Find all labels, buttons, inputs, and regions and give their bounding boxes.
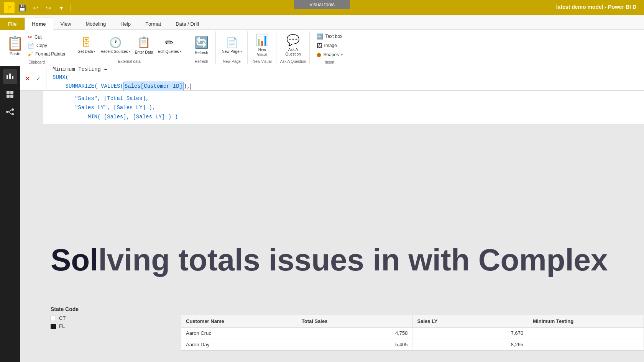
new-visual-button[interactable]: 📊 New Visual xyxy=(251,32,273,58)
recent-sources-button[interactable]: 🕐 Recent Sources ▾ xyxy=(98,32,132,58)
state-item-ct[interactable]: CT xyxy=(51,315,79,321)
copy-icon: 📄 xyxy=(28,43,34,49)
title-bar-left: P 💾 ↩ ↪ ▾ xyxy=(4,2,72,13)
canvas-area[interactable]: "Sales", [Total Sales], "Sales LY", [Sal… xyxy=(20,91,644,362)
th-sales-ly: Sales LY xyxy=(413,315,529,327)
cut-icon: ✂ xyxy=(28,34,32,40)
edit-queries-button[interactable]: ✏ Edit Queries ▾ xyxy=(156,32,184,58)
image-button[interactable]: 🖼 Image xyxy=(314,41,346,50)
state-label-ct: CT xyxy=(59,315,66,321)
tab-view[interactable]: View xyxy=(53,18,79,30)
shapes-label: Shapes xyxy=(324,52,339,57)
text-box-icon: 🔤 xyxy=(317,33,323,39)
get-data-arrow: ▾ xyxy=(94,50,95,54)
paste-label: Paste xyxy=(10,51,20,56)
insert-group-label: Insert xyxy=(325,59,334,64)
app-body: ✕ ✓ Minimum Testing = SUMX( SUMMARIZE( V… xyxy=(0,66,644,362)
edit-queries-label: Edit Queries ▾ xyxy=(158,49,181,54)
slide-title: Sollving totals issues in with Complex xyxy=(51,242,608,278)
sidebar-icon-report[interactable] xyxy=(3,69,17,84)
recent-sources-arrow: ▾ xyxy=(129,50,130,54)
separator xyxy=(71,4,71,11)
refresh-content: 🔄 Refresh xyxy=(191,32,212,58)
formula-cancel-button[interactable]: ✕ xyxy=(23,74,32,83)
refresh-group-label: Refresh xyxy=(195,58,208,64)
new-visual-content: 📊 New Visual xyxy=(251,32,273,58)
refresh-label: Refresh xyxy=(195,51,208,55)
shapes-icon: ⬟ xyxy=(317,52,321,58)
svg-line-11 xyxy=(8,112,12,114)
ask-icon: 💬 xyxy=(286,34,300,46)
new-visual-group-label: New Visual xyxy=(253,58,272,64)
new-page-label: New Page ▾ xyxy=(222,49,242,54)
tab-home[interactable]: Home xyxy=(25,18,53,30)
formula-bar-controls: ✕ ✓ xyxy=(20,66,46,90)
formula-comma: ), xyxy=(184,82,190,90)
th-minimum-testing: Minimum Testing xyxy=(528,315,644,327)
edit-queries-icon: ✏ xyxy=(165,37,174,49)
clipboard-group: 📋 Paste ✂ Cut 📄 Copy 🖌 Format Painter Cl… xyxy=(2,31,71,64)
new-page-button[interactable]: 📄 New Page ▾ xyxy=(220,32,244,58)
td-name-1: Aaron Day xyxy=(181,339,297,350)
undo-button[interactable]: ↩ xyxy=(30,2,41,13)
formula-overlay-line5: "Sales LY", [Sales LY] ), xyxy=(49,103,638,113)
td-min-1 xyxy=(528,339,644,350)
checkbox-ct[interactable] xyxy=(51,316,56,321)
tab-file[interactable]: File xyxy=(0,18,25,30)
state-filter[interactable]: State Code CT FL xyxy=(51,306,79,331)
checkbox-fl[interactable] xyxy=(51,324,56,329)
redo-button[interactable]: ↪ xyxy=(43,2,54,13)
formula-editor[interactable]: Minimum Testing = SUMX( SUMMARIZE( VALUE… xyxy=(46,66,644,90)
state-item-fl[interactable]: FL xyxy=(51,323,79,329)
svg-rect-2 xyxy=(12,76,13,79)
formula-overlay-line4: "Sales", [Total Sales], xyxy=(49,94,638,103)
svg-rect-6 xyxy=(10,95,13,98)
svg-rect-4 xyxy=(10,91,13,94)
image-label: Image xyxy=(324,43,337,48)
state-label-fl: FL xyxy=(59,323,65,329)
td-sales-0: 4,758 xyxy=(297,328,413,339)
ask-question-button[interactable]: 💬 Ask A Question xyxy=(281,32,305,58)
svg-rect-0 xyxy=(7,75,8,79)
app-title: latest demo model - Power BI D xyxy=(556,4,636,10)
table-header: Customer Name Total Sales Sales LY Minim… xyxy=(181,315,644,328)
formula-overlay-line6: MIN( [Sales], [Sales LY] ) ) xyxy=(49,113,638,122)
recent-sources-label: Recent Sources ▾ xyxy=(100,49,130,54)
shapes-button[interactable]: ⬟ Shapes ▾ xyxy=(314,51,346,59)
format-painter-button[interactable]: 🖌 Format Painter xyxy=(25,50,68,58)
text-box-label: Text box xyxy=(325,34,343,39)
tab-help[interactable]: Help xyxy=(113,18,138,30)
external-data-group-label: External data xyxy=(118,58,141,64)
get-data-label: Get Data ▾ xyxy=(77,49,95,54)
text-box-button[interactable]: 🔤 Text box xyxy=(314,32,346,41)
ask-group: 💬 Ask A Question Ask A Question xyxy=(277,31,310,64)
clipboard-right: ✂ Cut 📄 Copy 🖌 Format Painter xyxy=(25,33,68,58)
th-customer-name: Customer Name xyxy=(181,315,297,327)
ask-content: 💬 Ask A Question xyxy=(281,32,305,58)
formula-bar: ✕ ✓ Minimum Testing = SUMX( SUMMARIZE( V… xyxy=(20,66,644,91)
svg-point-8 xyxy=(12,108,14,111)
tab-modeling[interactable]: Modeling xyxy=(78,18,113,30)
sidebar-icon-model[interactable] xyxy=(3,105,17,119)
title-bar: P 💾 ↩ ↪ ▾ Visual tools latest demo model… xyxy=(0,0,644,15)
recent-sources-icon: 🕐 xyxy=(109,37,122,49)
sidebar-icon-data[interactable] xyxy=(3,87,17,102)
paste-button[interactable]: 📋 Paste xyxy=(5,32,25,59)
td-sales-1: 5,405 xyxy=(297,339,413,350)
tab-data-drill[interactable]: Data / Drill xyxy=(168,18,206,30)
clipboard-content: 📋 Paste ✂ Cut 📄 Copy 🖌 Format Painter xyxy=(5,32,68,59)
get-data-button[interactable]: 🗄 Get Data ▾ xyxy=(75,32,97,58)
copy-button[interactable]: 📄 Copy xyxy=(25,42,68,49)
refresh-group: 🔄 Refresh Refresh xyxy=(188,31,216,64)
save-button[interactable]: 💾 xyxy=(17,2,28,13)
formula-cursor xyxy=(191,84,191,90)
formula-confirm-button[interactable]: ✓ xyxy=(34,74,43,83)
tab-format[interactable]: Format xyxy=(138,18,168,30)
quick-access-dropdown[interactable]: ▾ xyxy=(56,2,67,13)
enter-data-button[interactable]: 📋 Enter Data xyxy=(133,32,155,58)
refresh-button[interactable]: 🔄 Refresh xyxy=(191,32,212,58)
copy-label: Copy xyxy=(36,43,47,48)
cut-button[interactable]: ✂ Cut xyxy=(25,33,68,41)
cut-label: Cut xyxy=(34,34,42,40)
new-page-group-label: New Page xyxy=(223,58,241,64)
